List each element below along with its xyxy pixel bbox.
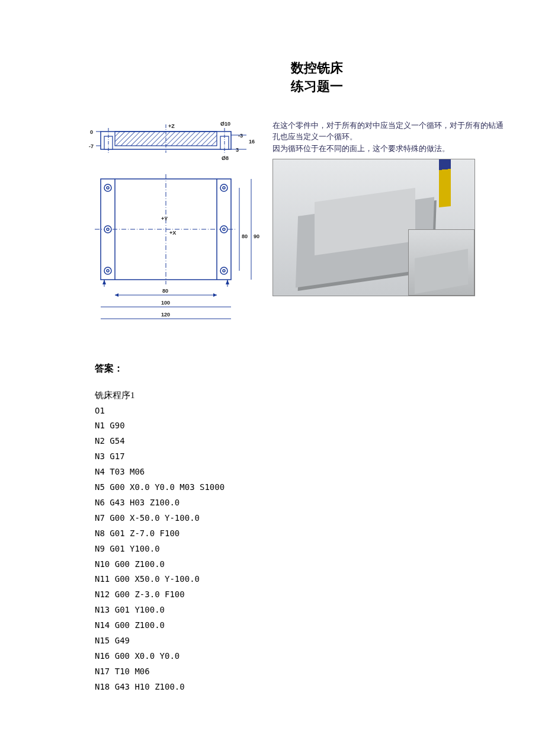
- label-16: 16: [249, 139, 255, 145]
- code-line: N10 G00 Z100.0: [95, 557, 509, 572]
- code-line: N11 G00 X50.0 Y-100.0: [95, 572, 509, 587]
- svg-point-28: [223, 270, 225, 272]
- label-d8: Ø8: [222, 155, 229, 161]
- label-zero: 0: [90, 129, 93, 135]
- label-z: +Z: [168, 123, 175, 129]
- program-heading: 铣床程序1: [95, 390, 509, 401]
- code-line: N13 G01 Y100.0: [95, 603, 509, 618]
- title-line-2: 练习题一: [124, 78, 509, 96]
- label-d10: Ø10: [220, 121, 230, 127]
- code-line: N16 G00 X0.0 Y0.0: [95, 649, 509, 664]
- svg-marker-34: [115, 293, 118, 297]
- code-line: N17 T10 M06: [95, 664, 509, 680]
- drill-icon: [439, 159, 451, 207]
- svg-point-22: [107, 270, 109, 272]
- instruction-line-1: 在这个零件中，对于所有的对中应当定义一个循环，对于所有的钻通孔也应当定义一个循环…: [272, 121, 504, 142]
- dim-80h: 80: [242, 233, 248, 239]
- svg-marker-37: [102, 280, 106, 284]
- render-3d: V = 151.482 cm3: [272, 159, 475, 296]
- code-line: N12 G00 Z-3.0 F100: [95, 587, 509, 603]
- svg-marker-35: [213, 293, 217, 297]
- title-line-1: 数控铣床: [124, 59, 509, 78]
- svg-point-18: [107, 187, 109, 189]
- svg-point-26: [223, 228, 225, 230]
- code-line: N2 G54: [95, 434, 509, 449]
- label-3: 3: [236, 147, 239, 153]
- code-line: N6 G43 H03 Z100.0: [95, 495, 509, 511]
- dim-80w: 80: [162, 288, 168, 294]
- svg-marker-39: [226, 280, 229, 284]
- top-section: +Z 0 -7 -3 16 3 Ø10 Ø8: [89, 121, 255, 161]
- document-title: 数控铣床 练习题一: [124, 59, 509, 96]
- code-line: N9 G01 Y100.0: [95, 542, 509, 557]
- code-line: N8 G01 Z-7.0 F100: [95, 526, 509, 542]
- technical-drawing: +Z 0 -7 -3 16 3 Ø10 Ø8: [71, 120, 267, 333]
- svg-point-20: [107, 228, 109, 230]
- code-line: N4 T03 M06: [95, 465, 509, 480]
- svg-point-24: [223, 187, 225, 189]
- label-y: +Y: [161, 216, 168, 222]
- render-inset: [408, 229, 475, 296]
- code-line: N14 G00 Z100.0: [95, 618, 509, 633]
- plan-view: +Y +X 80 100: [95, 174, 259, 319]
- code-line: N15 G49: [95, 633, 509, 649]
- drawing-svg: +Z 0 -7 -3 16 3 Ø10 Ø8: [71, 120, 267, 333]
- label-minus3: -3: [238, 133, 243, 139]
- label-minus7: -7: [89, 143, 94, 149]
- answer-heading: 答案：: [95, 363, 509, 375]
- dim-100: 100: [161, 300, 170, 306]
- code-line: N18 G43 H10 Z100.0: [95, 680, 509, 695]
- code-line: N5 G00 X0.0 Y0.0 M03 S1000: [95, 480, 509, 495]
- label-x: +X: [169, 230, 176, 236]
- code-line: N7 G00 X-50.0 Y-100.0: [95, 511, 509, 526]
- inset-plate: [415, 249, 468, 294]
- figure-row: +Z 0 -7 -3 16 3 Ø10 Ø8: [71, 120, 509, 333]
- code-line: O1: [95, 403, 509, 419]
- gcode-program: O1N1 G90N2 G54N3 G17N4 T03 M06N5 G00 X0.…: [95, 403, 509, 695]
- code-line: N3 G17: [95, 449, 509, 465]
- code-line: N1 G90: [95, 418, 509, 434]
- render-column: 在这个零件中，对于所有的对中应当定义一个循环，对于所有的钻通孔也应当定义一个循环…: [272, 120, 509, 297]
- dim-90: 90: [254, 233, 259, 239]
- instruction-text: 在这个零件中，对于所有的对中应当定义一个循环，对于所有的钻通孔也应当定义一个循环…: [272, 120, 509, 155]
- instruction-line-2: 因为循环位于在不同的面上，这个要求特殊的做法。: [272, 144, 450, 153]
- dim-120: 120: [161, 312, 170, 318]
